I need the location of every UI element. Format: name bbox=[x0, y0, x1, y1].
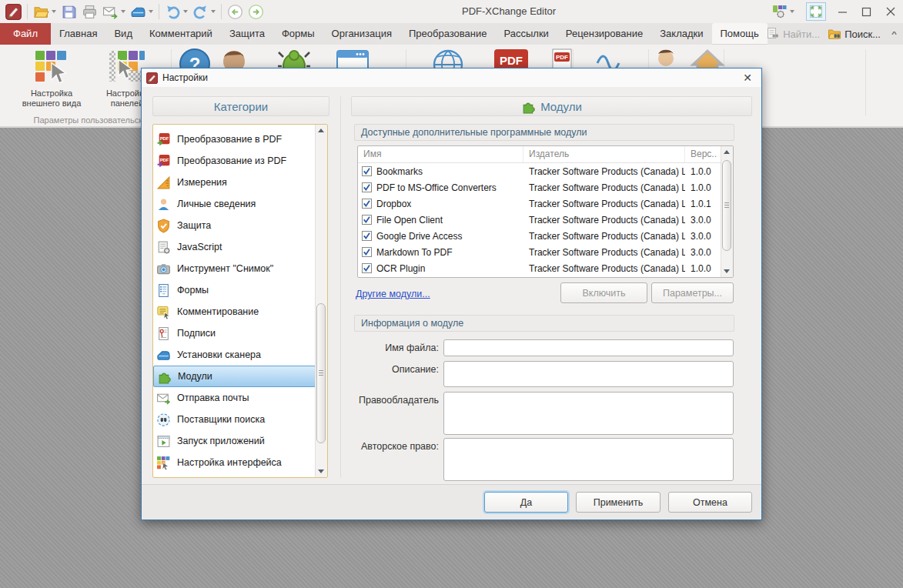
nav-forward-button[interactable] bbox=[246, 2, 266, 22]
module-row[interactable]: Google Drive AccessTracker Software Prod… bbox=[358, 228, 733, 244]
maximize-button[interactable] bbox=[855, 1, 878, 22]
module-parameters-button[interactable]: Параметры... bbox=[651, 282, 734, 303]
dropdown-caret-icon[interactable] bbox=[183, 10, 188, 13]
close-button[interactable] bbox=[878, 1, 903, 22]
module-row[interactable]: File Open ClientTracker Software Product… bbox=[358, 212, 733, 228]
checked-checkbox-icon[interactable] bbox=[362, 231, 372, 241]
fullscreen-mode-button[interactable] bbox=[806, 2, 826, 21]
file-name-label: Имя файла: bbox=[331, 342, 439, 353]
dialog-close-button[interactable]: ✕ bbox=[737, 68, 758, 87]
module-row[interactable]: DropboxTracker Software Products (Canada… bbox=[358, 195, 733, 212]
file-name-input[interactable] bbox=[443, 339, 734, 356]
description-input[interactable] bbox=[443, 361, 734, 387]
settings-dialog: Настройки ✕ Категории Модули PDFПреобраз… bbox=[141, 68, 762, 520]
category-item-signatures[interactable]: Подписи bbox=[153, 322, 316, 344]
forms-icon bbox=[156, 283, 171, 298]
category-item-customize-ui[interactable]: Настройка интерфейса bbox=[153, 452, 316, 473]
minimize-button[interactable] bbox=[831, 1, 855, 22]
category-item-search-providers[interactable]: Поставщики поиска bbox=[153, 409, 316, 430]
svg-text:PDF: PDF bbox=[556, 54, 568, 61]
group-label-text: Информация о модуле bbox=[361, 318, 463, 329]
categories-scrollbar[interactable] bbox=[315, 125, 327, 477]
checked-checkbox-icon[interactable] bbox=[362, 215, 372, 225]
tab-view[interactable]: Вид bbox=[105, 23, 141, 45]
print-button[interactable] bbox=[79, 2, 100, 22]
other-modules-link[interactable]: Другие модули... bbox=[356, 289, 430, 299]
module-row[interactable]: Markdown To PDFTracker Software Products… bbox=[358, 244, 733, 260]
tab-home[interactable]: Главная bbox=[51, 23, 105, 45]
tab-protect[interactable]: Защита bbox=[221, 23, 273, 45]
cancel-button[interactable]: Отмена bbox=[668, 492, 752, 513]
module-row[interactable]: PDF to MS-Office ConvertersTracker Softw… bbox=[358, 179, 733, 195]
column-header-name[interactable]: Имя bbox=[358, 146, 523, 162]
modules-scrollbar[interactable] bbox=[721, 146, 733, 277]
category-label: Личные сведения bbox=[177, 199, 256, 209]
copyright-input[interactable] bbox=[443, 438, 734, 481]
category-label: Защита bbox=[177, 220, 211, 231]
redo-button[interactable] bbox=[190, 2, 218, 22]
category-item-plugins[interactable]: Модули bbox=[153, 366, 316, 387]
tab-mailings[interactable]: Рассылки bbox=[495, 23, 557, 45]
checked-checkbox-icon[interactable] bbox=[362, 263, 372, 273]
category-item-send-mail[interactable]: Отправка почты bbox=[153, 387, 316, 409]
dropdown-caret-icon[interactable] bbox=[52, 10, 56, 13]
category-item-identity[interactable]: Личные сведения bbox=[153, 193, 316, 215]
customize-ui-icon bbox=[156, 456, 171, 470]
tab-review[interactable]: Рецензирование bbox=[557, 23, 651, 45]
dropdown-caret-icon[interactable] bbox=[211, 10, 216, 13]
scroll-down-button[interactable] bbox=[316, 466, 326, 476]
scroll-up-button[interactable] bbox=[316, 125, 326, 135]
category-item-measure[interactable]: Измерения bbox=[153, 172, 316, 193]
customize-appearance-button[interactable]: Настройкавнешнего вида bbox=[14, 49, 89, 115]
find-button[interactable]: Найти... bbox=[766, 27, 820, 41]
save-button[interactable] bbox=[59, 2, 79, 22]
category-item-snapshot[interactable]: Инструмент "Снимок" bbox=[153, 258, 316, 279]
category-item-javascript[interactable]: JavaScript bbox=[153, 236, 316, 258]
scrollbar-thumb[interactable] bbox=[722, 160, 731, 251]
enable-module-button[interactable]: Включить bbox=[560, 282, 647, 303]
email-send-button[interactable] bbox=[100, 2, 128, 22]
tab-forms[interactable]: Формы bbox=[273, 23, 323, 45]
category-item-convert-from-pdf[interactable]: PDFПреобразование из PDF bbox=[153, 150, 316, 172]
category-label: Подписи bbox=[177, 328, 216, 339]
tab-comment[interactable]: Комментарий bbox=[141, 23, 221, 45]
tab-convert[interactable]: Преобразование bbox=[400, 23, 496, 45]
open-folder-button[interactable] bbox=[31, 2, 59, 22]
scrollbar-thumb[interactable] bbox=[316, 303, 326, 443]
ok-button[interactable]: Да bbox=[484, 492, 568, 513]
tab-file[interactable]: Файл bbox=[0, 23, 51, 45]
tab-organize[interactable]: Организация bbox=[323, 23, 400, 45]
modules-table-header[interactable]: Имя Издатель Верс.. bbox=[358, 146, 733, 163]
category-item-security[interactable]: Защита bbox=[153, 215, 316, 236]
checked-checkbox-icon[interactable] bbox=[362, 166, 372, 176]
scan-button[interactable] bbox=[128, 2, 156, 22]
puzzle-icon bbox=[521, 99, 536, 114]
dropdown-caret-icon[interactable] bbox=[790, 10, 794, 13]
scroll-up-button[interactable] bbox=[722, 147, 731, 157]
rights-holder-input[interactable] bbox=[443, 392, 734, 435]
dialog-title-bar[interactable]: Настройки ✕ bbox=[142, 68, 761, 87]
nav-back-button[interactable] bbox=[225, 2, 246, 22]
category-item-forms[interactable]: Формы bbox=[153, 279, 316, 301]
checked-checkbox-icon[interactable] bbox=[362, 199, 372, 209]
checked-checkbox-icon[interactable] bbox=[362, 247, 372, 257]
module-row[interactable]: OCR PluginTracker Software Products (Can… bbox=[358, 260, 733, 276]
search-button[interactable]: Поиск... bbox=[828, 27, 881, 41]
column-header-publisher[interactable]: Издатель bbox=[523, 146, 685, 162]
undo-button[interactable] bbox=[162, 2, 190, 22]
apply-button[interactable]: Применить bbox=[576, 492, 661, 513]
category-partial-row bbox=[153, 473, 316, 477]
dropdown-caret-icon[interactable] bbox=[121, 10, 125, 13]
category-item-scanner[interactable]: Установки сканера bbox=[153, 344, 316, 366]
ribbon-tab-bar: ФайлГлавнаяВидКомментарийЗащитаФормыОрга… bbox=[0, 23, 903, 45]
checked-checkbox-icon[interactable] bbox=[362, 182, 372, 192]
collapse-ribbon-button[interactable]: ^ bbox=[891, 29, 897, 38]
scroll-down-button[interactable] bbox=[722, 266, 731, 276]
tab-bookmarks[interactable]: Закладки bbox=[651, 23, 711, 45]
customize-toolbars-button[interactable] bbox=[765, 1, 801, 22]
category-item-convert-to-pdf[interactable]: PDFПреобразование в PDF bbox=[153, 129, 316, 150]
category-item-launch-apps[interactable]: Запуск приложений bbox=[153, 430, 316, 452]
module-row[interactable]: BookmarksTracker Software Products (Cana… bbox=[358, 163, 733, 179]
dropdown-caret-icon[interactable] bbox=[149, 10, 153, 13]
category-item-commenting[interactable]: Комментирование bbox=[153, 301, 316, 322]
